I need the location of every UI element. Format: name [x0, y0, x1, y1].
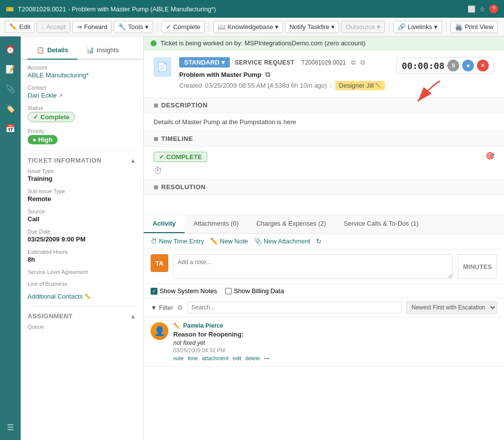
notify-button[interactable]: Notify Taskfire ▾ — [285, 21, 339, 33]
additional-contacts-link[interactable]: Additional Contacts ✏️ — [28, 293, 136, 300]
tab-service-calls[interactable]: Service Calls & To-Dos (1) — [335, 215, 427, 233]
sidebar-paperclip-icon[interactable]: 📎 — [1, 80, 19, 98]
activity-user[interactable]: Pamela Pierce — [183, 322, 223, 329]
issue-type-label: Issue Type — [28, 168, 136, 174]
kb-chevron-icon: ▾ — [275, 23, 279, 31]
search-input[interactable] — [187, 302, 402, 313]
new-time-entry-button[interactable]: ⏱ New Time Entry — [151, 237, 204, 245]
window-help-icon[interactable]: ? — [489, 4, 498, 13]
edit-pencil-icon: ✏️ — [173, 323, 180, 329]
action-time[interactable]: time — [188, 355, 198, 361]
tab-insights[interactable]: 📊 Insights — [77, 41, 128, 60]
filter-gear-icon[interactable]: ⚙ — [177, 304, 183, 311]
window-minimize-icon[interactable]: ⬜ — [468, 5, 475, 13]
ticket-created: Created 03/25/2009 08:55 AM (4,538d 6h 1… — [179, 81, 494, 90]
bottom-tabs: Activity Attachments (0) Charges & Expen… — [144, 215, 504, 234]
expand-icon[interactable]: ▲ — [130, 157, 136, 164]
show-system-notes-checkbox[interactable]: ✓ Show System Notes — [151, 287, 217, 295]
window-star-icon[interactable]: ☆ — [479, 5, 485, 13]
show-billing-data-checkbox[interactable]: Show Billing Data — [225, 287, 284, 295]
account-value[interactable]: ABLE Manufacturing* — [28, 71, 136, 79]
activity-note: not fixed yet — [173, 339, 497, 346]
checkbox-row: ✓ Show System Notes Show Billing Data — [144, 284, 504, 298]
ticket-copy-icon[interactable]: ⧉ — [265, 70, 270, 79]
status-field: Status ✓ Complete — [28, 105, 136, 122]
top-bar-title: T20081029.0021 - Problem with Master Pum… — [18, 5, 216, 13]
account-label: Account — [28, 65, 136, 70]
forward-button[interactable]: ⇒ Forward — [72, 21, 112, 33]
refresh-button[interactable]: ↻ — [316, 237, 321, 245]
copy-icon-2[interactable]: ⧉ — [360, 59, 365, 67]
edit-button[interactable]: ✏️ Edit — [5, 21, 34, 33]
external-link-icon: ↗ — [59, 93, 63, 98]
tools-chevron-icon: ▾ — [145, 23, 149, 31]
filter-button[interactable]: ▼ Filter — [151, 304, 173, 311]
sort-select[interactable]: Newest First with Escalation Oldest Firs… — [406, 301, 497, 314]
copy-icon-1[interactable]: ⧉ — [351, 59, 355, 67]
tools-button[interactable]: 🔧 Tools ▾ — [114, 21, 153, 33]
action-edit[interactable]: edit — [233, 355, 242, 361]
sidebar-calendar-icon[interactable]: 📅 — [1, 119, 19, 137]
right-content: Ticket is being worked on by: MSPIntegra… — [144, 36, 504, 440]
sla-field: Service Level Agreement — [28, 269, 136, 275]
accept-button[interactable]: ↓ Accept — [36, 21, 70, 33]
due-date-label: Due Date — [28, 229, 136, 235]
tab-attachments[interactable]: Attachments (0) — [185, 215, 248, 233]
action-delete[interactable]: delete — [245, 355, 260, 361]
content-area: 📄 STANDARD ▾ SERVICE REQUEST T20081029.0… — [144, 50, 504, 440]
queue-field: Queue — [28, 324, 136, 330]
est-hours-field: Estimated Hours 8h — [28, 249, 136, 263]
timer-circle-button[interactable]: ● — [462, 60, 474, 71]
designer-badge[interactable]: Designer Jill ✏️ — [335, 81, 385, 90]
resolution-collapse-icon[interactable]: ▣ — [154, 184, 158, 190]
knowledgebase-button[interactable]: 📖 Knowledgebase ▾ — [213, 21, 283, 33]
tab-charges[interactable]: Charges & Expenses (2) — [248, 215, 335, 233]
activity-date: 03/25/2009 04:32 PM — [173, 347, 497, 353]
outsource-button[interactable]: Outsource ▾ — [341, 21, 385, 33]
timeline-collapse-icon[interactable]: ▣ — [154, 136, 158, 141]
resolution-section-header: ▣ RESOLUTION — [144, 179, 504, 195]
filter-icon: ▼ — [151, 304, 157, 311]
avatar-image: 👤 — [151, 322, 168, 340]
contact-value[interactable]: Dan Eckle ↗ — [28, 92, 136, 99]
action-note[interactable]: note — [173, 355, 184, 361]
new-attachment-button[interactable]: 📎 New Attachment — [254, 237, 311, 245]
standard-badge[interactable]: STANDARD ▾ — [179, 57, 230, 68]
activity-content: ✏️ Pamela Pierce Reason for Reopening: n… — [173, 322, 497, 361]
status-dot — [151, 40, 157, 46]
due-date-field: Due Date 03/25/2009 9:00 PM — [28, 229, 136, 243]
note-area: TA MINUTES — [144, 249, 504, 284]
tab-activity[interactable]: Activity — [144, 215, 185, 233]
timeline-section-header: ▣ TIMELINE — [144, 131, 504, 147]
timeline-target-icon[interactable]: 🎯 — [486, 152, 494, 160]
new-note-button[interactable]: ✏️ New Note — [210, 237, 248, 245]
sidebar-tag-icon[interactable]: 🏷️ — [1, 100, 19, 117]
sidebar-clock-icon[interactable]: ⏰ — [1, 40, 19, 58]
note-icon: ✏️ — [210, 237, 218, 245]
print-icon: 🖨️ — [455, 23, 463, 31]
assignment-section: ASSIGNMENT ▲ — [28, 312, 136, 320]
note-input[interactable] — [173, 254, 453, 279]
action-attachment[interactable]: attachment — [202, 355, 228, 361]
tab-details[interactable]: 📋 Details — [28, 41, 77, 60]
timer-pause-button[interactable]: ⏸ — [447, 60, 459, 71]
timer-close-button[interactable]: ✕ — [477, 60, 489, 71]
designer-edit-icon: ✏️ — [375, 83, 381, 88]
assignment-expand-icon[interactable]: ▲ — [130, 313, 136, 320]
livelinks-chevron-icon: ▾ — [434, 23, 438, 31]
complete-button[interactable]: ✓ Complete — [161, 21, 205, 33]
description-body: Details of Master Pump at the Pumpstatio… — [144, 113, 504, 131]
timeline-clock-icon[interactable]: ⏱️ — [154, 166, 162, 174]
print-button[interactable]: 🖨️ Print View — [450, 21, 498, 33]
sub-issue-value: Remote — [28, 195, 136, 203]
livelinks-button[interactable]: 🔗 Livelinks ▾ — [393, 21, 442, 33]
resolution-body — [144, 195, 504, 215]
timeline-complete-badge: ✓ COMPLETE — [154, 152, 207, 162]
action-more[interactable]: ••• — [264, 355, 270, 361]
details-icon: 📋 — [36, 46, 44, 54]
sidebar-list-icon[interactable]: ☰ — [1, 418, 19, 436]
description-collapse-icon[interactable]: ▣ — [154, 102, 158, 108]
sidebar-edit-icon[interactable]: 📝 — [1, 60, 19, 78]
accept-icon: ↓ — [41, 23, 44, 31]
outsource-chevron-icon: ▾ — [377, 23, 380, 31]
